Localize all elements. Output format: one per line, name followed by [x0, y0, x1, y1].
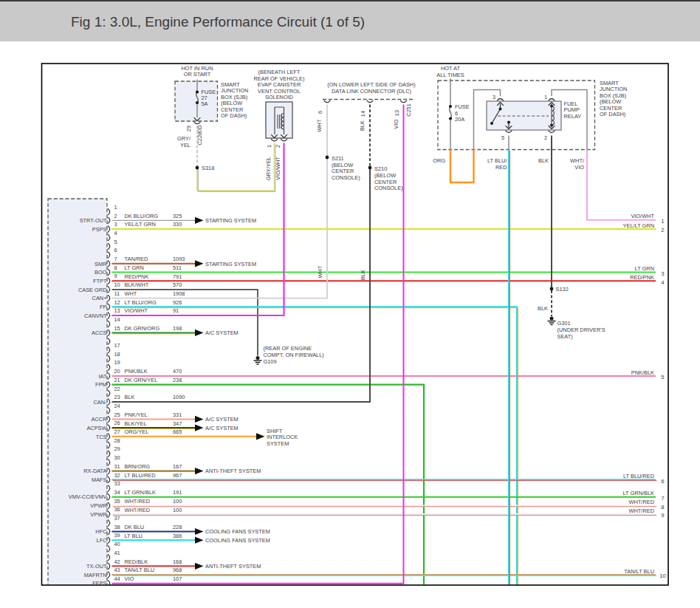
pin-number: 37 — [114, 515, 120, 522]
pin-cup — [108, 364, 110, 371]
pin-signal-name: TX-OUT — [86, 563, 107, 570]
pin-number: 2 — [114, 213, 117, 219]
pin-circuit-number: 1090 — [173, 394, 185, 400]
system-arrow — [195, 528, 204, 535]
pin-signal-name: CANVNT — [84, 312, 107, 319]
sjb-left-box — [175, 81, 218, 121]
pin-circuit-number: 331 — [173, 411, 182, 418]
pin-number: 8 — [114, 264, 117, 271]
label-c2280d: C2280D — [196, 125, 203, 145]
relay-dot — [499, 108, 502, 111]
pin-cup — [108, 460, 110, 466]
pin-number: 11 — [114, 290, 120, 297]
pin-signal-name: CAN+ — [92, 295, 107, 301]
pin-signal-name: STRT-OUT — [80, 217, 107, 224]
pin-signal-name: VMV-CC/EVMV — [69, 493, 107, 500]
pin-cup — [108, 433, 110, 440]
wire-stripe-lt-blu-org — [113, 308, 518, 586]
system-label: COOLING FANS SYSTEM — [205, 528, 270, 535]
label-5a: 5A — [202, 100, 208, 107]
pin-signal-name: PSPS — [92, 226, 107, 233]
system-label: COOLING FANS SYSTEM — [205, 537, 270, 544]
pin-cup — [108, 278, 110, 284]
pin-cup — [108, 355, 110, 362]
fuse-dot — [449, 105, 452, 108]
pin-cup — [549, 99, 555, 101]
pin-circuit-number: 325 — [173, 213, 182, 219]
system-label: ANTI-THEFT SYSTEM — [205, 468, 261, 474]
pin-circuit-number: 791 — [173, 273, 182, 280]
pin-number: 25 — [114, 411, 120, 418]
pin-cup — [108, 312, 110, 319]
pin-number: 21 — [114, 377, 120, 383]
pin-cup — [108, 381, 110, 388]
relay1-whtvio — [587, 150, 656, 220]
pin-number: 34 — [114, 489, 120, 496]
label-solenoid: SOLENOID — [265, 94, 293, 100]
edge-row-number: 6 — [661, 478, 664, 485]
pin-cup — [108, 442, 110, 448]
pin-number: 6 — [114, 247, 117, 253]
fuse-6 — [449, 105, 452, 120]
ground-dot — [550, 317, 554, 321]
edge-wire-label: WHT/RED — [629, 499, 655, 505]
label-org: ORG — [433, 157, 445, 164]
label-20a: 20A — [455, 116, 464, 123]
pin-signal-name: MAFS — [92, 477, 107, 483]
edge-wire-label: LT GRN — [635, 265, 654, 272]
label-seat: SEAT) — [557, 333, 573, 340]
label-gry: GRY/ — [177, 135, 191, 142]
pin-circuit-number: 198 — [173, 325, 182, 332]
pcm-pin-16 — [108, 338, 110, 345]
pin-circuit-number: 91 — [173, 307, 179, 314]
pin-cup — [108, 321, 110, 327]
right-edge-row-2: YEL/LT GRN2 — [623, 222, 665, 234]
pin-number: 13 — [114, 307, 120, 314]
system-label: SYSTEM — [267, 440, 289, 447]
pin-circuit-number: 100 — [173, 507, 182, 513]
pin-wire-color: LT BLU — [125, 533, 143, 539]
pcm-pin-34: 34VMV-CC/EVMVLT GRN/BLK191 — [69, 489, 656, 501]
wire-lt-blu-org — [112, 307, 518, 584]
pcm-pin-20: 20IATPNK/BLK470 — [99, 368, 656, 379]
splice-s210 — [368, 166, 372, 170]
pin-number: 20 — [114, 368, 120, 375]
pin-cup — [367, 100, 374, 103]
pin-signal-name: IAT — [99, 373, 107, 380]
label-wht: WHT/ — [570, 157, 585, 164]
system-arrow — [256, 433, 265, 440]
system-label: STARTING SYSTEM — [205, 261, 256, 267]
pin-cup — [108, 546, 110, 553]
pin-wire-color: LT BLU/RED — [125, 472, 156, 479]
label-s132: S132 — [556, 286, 569, 293]
edge-row-number: 9 — [661, 512, 664, 519]
pin-wire-color: RED/BLK — [125, 559, 148, 565]
pin-wire-color: PNK/YEL — [125, 411, 148, 418]
label-g109: G109 — [264, 358, 277, 365]
edge-row-number: 10 — [659, 573, 666, 579]
pin-wire-color: WHT/RED — [125, 507, 151, 513]
pin-cup — [108, 252, 110, 259]
edge-row-number: 1 — [661, 218, 664, 225]
label-red: RED — [495, 164, 507, 171]
pin-number: 15 — [114, 325, 120, 332]
pin-cup — [108, 373, 110, 380]
pin-number: 42 — [114, 559, 120, 565]
pin-wire-color: DK BLU — [125, 524, 145, 530]
pin-wire-color: RED/PNK — [125, 273, 149, 280]
pin-cup — [108, 338, 110, 345]
pin-signal-name: CASE GRD — [78, 287, 107, 293]
pin-circuit-number: 511 — [173, 264, 182, 271]
pin-number: 1 — [114, 204, 117, 211]
system-arrow — [195, 416, 204, 423]
pcm-pin-12: 12FPLT BLU/ORG926 — [100, 299, 518, 586]
label-2: 2 — [275, 145, 281, 148]
pin-signal-name: TCS — [96, 434, 107, 440]
pin-signal-name: FTPT — [93, 278, 107, 284]
pin-number: 4 — [114, 230, 117, 236]
pin-cup — [271, 139, 278, 141]
pin-number: 23 — [114, 394, 120, 400]
pin-number: 14 — [114, 316, 120, 323]
pin-number: 10 — [114, 281, 120, 288]
pin-wire-color: PNK/BLK — [125, 368, 148, 375]
